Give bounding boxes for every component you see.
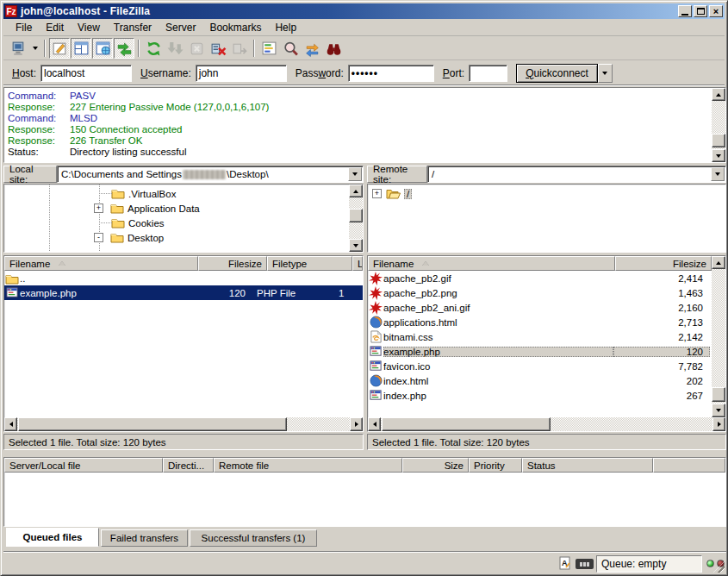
chevron-down-icon — [33, 47, 38, 50]
scroll-left-button[interactable] — [368, 417, 381, 431]
remote-site-combo[interactable]: / — [427, 166, 726, 183]
file-row[interactable]: index.html 202 — [368, 373, 725, 388]
tree-item-desktop[interactable]: - Desktop — [4, 230, 363, 245]
remote-vscrollbar[interactable] — [712, 256, 725, 417]
column-header-last-modified[interactable]: L — [352, 256, 363, 271]
column-header-filename[interactable]: Filename — [4, 256, 198, 271]
scrollbar-thumb[interactable] — [712, 387, 725, 402]
toggle-transfer-queue-button[interactable] — [114, 38, 134, 59]
title-bar[interactable]: Fz john@localhost - FileZilla × — [3, 3, 725, 19]
scrollbar-thumb[interactable] — [382, 417, 551, 431]
column-header-direction[interactable]: Directi... — [163, 458, 214, 473]
tab-failed-transfers[interactable]: Failed transfers — [101, 529, 188, 547]
folder-icon — [4, 272, 20, 285]
remote-hscrollbar[interactable] — [368, 417, 725, 431]
column-header-filename[interactable]: Filename — [368, 256, 615, 271]
password-input[interactable]: •••••• — [348, 65, 434, 82]
site-manager-dropdown-button[interactable] — [29, 38, 40, 59]
synchronized-browsing-button[interactable] — [302, 38, 322, 59]
column-header-priority[interactable]: Priority — [469, 458, 522, 473]
find-files-button[interactable] — [323, 38, 344, 59]
apache-feather-icon — [368, 272, 383, 285]
activity-led-green — [706, 560, 714, 567]
menu-view[interactable]: View — [71, 20, 107, 35]
file-row[interactable]: favicon.ico 7,782 — [368, 359, 725, 373]
process-queue-button[interactable] — [165, 38, 185, 59]
toggle-message-log-button[interactable] — [49, 38, 70, 59]
file-row-parent-dir[interactable]: .. — [4, 271, 363, 285]
host-input[interactable]: localhost — [40, 65, 132, 82]
minimize-button[interactable] — [678, 5, 692, 17]
site-manager-button[interactable] — [8, 38, 28, 59]
refresh-button[interactable] — [143, 38, 164, 59]
quickconnect-dropdown-button[interactable] — [598, 64, 613, 83]
folder-icon — [111, 187, 125, 201]
local-site-combo[interactable]: C:\Documents and Settings\Desktop\ — [57, 166, 364, 183]
tree-item-virtualbox[interactable]: .VirtualBox — [4, 186, 363, 201]
menu-help[interactable]: Help — [268, 20, 303, 35]
scroll-up-button[interactable] — [712, 256, 725, 269]
speed-limits-icon[interactable] — [576, 559, 594, 569]
column-header-filesize[interactable]: Filesize — [615, 256, 712, 271]
remote-site-dropdown-button[interactable] — [711, 167, 725, 181]
close-button[interactable]: × — [709, 5, 723, 17]
username-input[interactable]: john — [196, 65, 287, 82]
scroll-left-button[interactable] — [4, 417, 17, 431]
toggle-local-tree-button[interactable] — [71, 38, 91, 59]
scroll-down-button[interactable] — [712, 149, 725, 162]
scrollbar-thumb[interactable] — [18, 417, 287, 431]
tab-queued-files[interactable]: Queued files — [6, 528, 99, 547]
file-row[interactable]: index.php 267 — [368, 388, 725, 403]
collapse-icon[interactable]: - — [94, 233, 103, 242]
local-site-dropdown-button[interactable] — [348, 167, 362, 181]
menu-transfer[interactable]: Transfer — [107, 20, 159, 35]
file-row[interactable]: apache_pb2.gif 2,414 — [368, 271, 725, 285]
file-row-example-php[interactable]: example.php 120 PHP File 1 — [4, 285, 363, 300]
directory-comparison-button[interactable] — [280, 38, 301, 59]
scrollbar-thumb[interactable] — [349, 209, 363, 222]
file-row-selected[interactable]: example.php 120 — [368, 344, 725, 359]
log-scrollbar[interactable] — [712, 88, 725, 162]
menu-edit[interactable]: Edit — [39, 20, 71, 35]
reconnect-button[interactable] — [229, 38, 250, 59]
scroll-down-button[interactable] — [349, 239, 363, 252]
chevron-down-icon — [352, 172, 358, 176]
quickconnect-button[interactable]: Quickconnect — [516, 64, 598, 83]
port-input[interactable] — [469, 65, 507, 82]
local-tree-scrollbar[interactable] — [349, 185, 363, 252]
port-label: Port: — [443, 67, 464, 79]
column-header-server-local-file[interactable]: Server/Local file — [4, 458, 163, 473]
scroll-up-button[interactable] — [349, 185, 363, 197]
expand-icon[interactable]: + — [372, 189, 382, 198]
disconnect-button[interactable] — [208, 38, 228, 59]
tree-item-cookies[interactable]: Cookies — [4, 216, 363, 230]
scroll-right-button[interactable] — [350, 417, 363, 431]
column-header-size[interactable]: Size — [402, 458, 469, 473]
column-header-status[interactable]: Status — [522, 458, 653, 473]
local-hscrollbar[interactable] — [4, 417, 363, 431]
column-header-remote-file[interactable]: Remote file — [214, 458, 402, 473]
column-header-filetype[interactable]: Filetype — [267, 256, 352, 271]
scrollbar-thumb[interactable] — [712, 134, 725, 147]
column-header-filesize[interactable]: Filesize — [198, 256, 267, 271]
file-row[interactable]: bitnami.css 2,142 — [368, 329, 725, 344]
scroll-right-button[interactable] — [712, 417, 725, 431]
tab-successful-transfers[interactable]: Successful transfers (1) — [190, 529, 317, 547]
menu-bookmarks[interactable]: Bookmarks — [202, 20, 268, 35]
menu-server[interactable]: Server — [159, 20, 202, 35]
data-type-ascii-icon[interactable]: A — [559, 556, 571, 573]
tree-item-application-data[interactable]: + Application Data — [4, 201, 363, 216]
file-row[interactable]: applications.html 2,713 — [368, 315, 725, 329]
scroll-down-button[interactable] — [712, 404, 725, 417]
expand-icon[interactable]: + — [94, 203, 103, 213]
toggle-remote-tree-button[interactable] — [92, 38, 113, 59]
scroll-up-button[interactable] — [712, 88, 725, 101]
directory-listing-filters-button[interactable] — [258, 38, 279, 59]
file-row[interactable]: apache_pb2.png 1,463 — [368, 285, 725, 300]
menu-file[interactable]: File — [9, 20, 39, 35]
tree-item-root[interactable]: + / — [368, 186, 725, 201]
maximize-button[interactable] — [694, 5, 707, 17]
cancel-operation-button[interactable] — [186, 38, 207, 59]
close-icon: × — [713, 7, 719, 16]
file-row[interactable]: apache_pb2_ani.gif 2,160 — [368, 300, 725, 315]
